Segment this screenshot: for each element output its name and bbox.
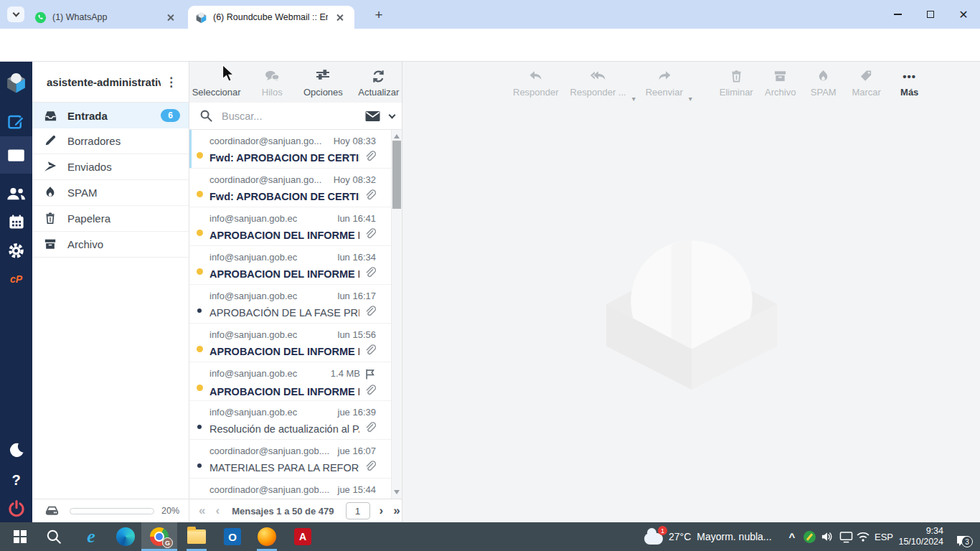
scrollbar-thumb[interactable]	[392, 141, 401, 209]
list-scrollbar[interactable]	[391, 130, 402, 499]
inbox-icon	[44, 109, 57, 123]
scroll-up-icon[interactable]	[394, 134, 400, 138]
fire-icon	[44, 186, 57, 199]
message-row[interactable]: info@sanjuan.gob.ec lun 16:34 APROBACION…	[189, 246, 402, 285]
message-toolbar: Responder Responder ... ▾ Reenviar ▾ El	[402, 62, 980, 103]
page-number-input[interactable]	[346, 502, 370, 519]
scroll-down-icon[interactable]	[394, 490, 400, 494]
archive-button[interactable]: Archivo	[762, 66, 799, 103]
acrobat-icon[interactable]: A	[286, 522, 319, 551]
start-button[interactable]	[6, 522, 34, 551]
display-cast-icon[interactable]	[837, 522, 855, 551]
clock-time: 9:34	[926, 526, 943, 537]
cpanel-icon[interactable]: cP	[0, 264, 32, 294]
volume-icon[interactable]	[818, 522, 837, 551]
forward-button[interactable]: Reenviar	[643, 66, 686, 103]
search-input[interactable]	[220, 110, 364, 123]
message-row[interactable]: coordinador@sanjuan.gob.... jue 16:07 MA…	[189, 440, 402, 479]
message-content-pane	[402, 103, 980, 522]
edge-icon[interactable]	[110, 522, 141, 551]
message-row[interactable]: coordinador@sanjuan.go... Hoy 08:32 Fwd:…	[189, 169, 402, 207]
archive-icon	[773, 67, 787, 85]
storage-disk-icon	[44, 505, 60, 517]
message-sender: coordinador@sanjuan.go...	[209, 174, 328, 185]
message-row[interactable]: info@sanjuan.gob.ec 1.4 MB APROBACION DE…	[189, 362, 402, 401]
outlook-icon[interactable]: O	[216, 522, 249, 551]
message-subject: MATERIALES PARA LA REFORMA...	[209, 462, 359, 474]
delete-button[interactable]: Eliminar	[717, 66, 756, 103]
taskbar-weather[interactable]: 1 27°C Mayorm. nubla...	[644, 522, 772, 551]
folder-trash[interactable]: Papelera	[32, 206, 189, 232]
tab-whatsapp[interactable]: (1) WhatsApp	[27, 6, 184, 29]
attachment-paperclip-icon	[364, 305, 376, 321]
window-restore-button[interactable]	[914, 0, 947, 29]
folder-inbox[interactable]: Entrada 6	[32, 103, 189, 128]
mail-nav-active[interactable]	[0, 136, 32, 174]
message-date: lun 15:56	[338, 329, 377, 340]
dark-mode-moon-icon[interactable]	[0, 435, 32, 465]
prev-page-button[interactable]: ‹	[210, 504, 225, 518]
options-button[interactable]: Opciones	[301, 66, 345, 103]
mark-button[interactable]: Marcar	[848, 66, 885, 103]
contacts-icon[interactable]	[0, 178, 32, 208]
folder-spam[interactable]: SPAM	[32, 180, 189, 206]
taskbar-clock[interactable]: 9:34 15/10/2024	[892, 522, 943, 551]
close-icon[interactable]	[164, 11, 176, 24]
search-icon[interactable]	[199, 109, 213, 123]
weather-desc: Mayorm. nubla...	[697, 531, 771, 542]
chevron-down-icon	[12, 10, 19, 17]
flag-icon	[364, 368, 376, 380]
forward-caret-icon[interactable]: ▾	[689, 95, 692, 103]
spam-button[interactable]: SPAM	[805, 66, 842, 103]
tab-search-button[interactable]	[7, 6, 24, 22]
threads-button[interactable]: Hilos	[253, 66, 291, 103]
file-explorer-icon[interactable]	[180, 522, 213, 551]
search-scope-mail-icon[interactable]	[364, 110, 381, 123]
antivirus-icon[interactable]	[801, 522, 818, 551]
close-icon[interactable]	[334, 11, 346, 24]
account-menu-kebab[interactable]: ⋮	[161, 75, 182, 90]
message-row[interactable]: info@sanjuan.gob.ec lun 15:56 APROBACION…	[189, 324, 402, 362]
search-options-chevron-icon[interactable]	[389, 111, 396, 118]
message-date: lun 16:41	[338, 213, 377, 224]
tab-roundcube[interactable]: (6) Roundcube Webmail :: Entra	[188, 6, 354, 29]
message-row[interactable]: info@sanjuan.gob.ec lun 16:41 APROBACION…	[189, 207, 402, 246]
next-page-button[interactable]: ›	[374, 504, 389, 518]
taskbar-search-button[interactable]	[39, 522, 68, 551]
wifi-icon[interactable]	[854, 522, 872, 551]
browser-tab-strip: (1) WhatsApp (6) Roundcube Webmail :: En…	[0, 0, 980, 29]
attachment-paperclip-icon	[364, 189, 376, 204]
folder-drafts[interactable]: Borradores	[32, 128, 189, 154]
logout-power-icon[interactable]	[0, 494, 32, 524]
message-row[interactable]: coordinador@sanjuan.gob.... jue 15:44	[189, 479, 402, 499]
chrome-taskbar-button[interactable]: G	[141, 522, 177, 551]
compose-icon[interactable]	[0, 106, 32, 136]
message-date: lun 16:34	[338, 252, 377, 263]
window-minimize-button[interactable]	[881, 0, 914, 29]
message-row[interactable]: info@sanjuan.gob.ec lun 16:17 APROBACIÓN…	[189, 285, 402, 324]
clock-date: 15/10/2024	[898, 537, 943, 547]
more-button[interactable]: ••• Más	[891, 66, 928, 103]
button-label: Responder	[513, 87, 559, 98]
internet-explorer-icon[interactable]: e	[75, 522, 107, 551]
window-close-button[interactable]: ✕	[947, 0, 980, 29]
refresh-button[interactable]: Actualizar	[356, 66, 402, 103]
reply-all-caret-icon[interactable]: ▾	[632, 95, 636, 103]
tray-chevron-up-icon[interactable]: ^	[784, 522, 800, 551]
help-icon[interactable]: ?	[0, 465, 32, 495]
folder-archive[interactable]: Archivo	[32, 232, 189, 258]
button-label: Reenviar	[646, 87, 683, 98]
new-tab-button[interactable]: +	[371, 7, 387, 23]
calendar-icon[interactable]	[0, 207, 32, 237]
read-status-dot	[197, 268, 203, 275]
folder-sent[interactable]: Enviados	[32, 154, 189, 180]
notification-center-icon[interactable]: 3	[946, 522, 974, 551]
first-page-button[interactable]: «	[194, 504, 210, 518]
read-status-dot	[197, 152, 203, 159]
reply-all-button[interactable]: Responder ...	[567, 66, 629, 103]
settings-gear-icon[interactable]	[0, 235, 32, 265]
message-row[interactable]: info@sanjuan.gob.ec jue 16:39 Resolución…	[189, 401, 402, 440]
message-row[interactable]: coordinador@sanjuan.go... Hoy 08:33 Fwd:…	[189, 130, 402, 169]
reply-button[interactable]: Responder	[510, 66, 562, 103]
firefox-icon[interactable]	[250, 522, 283, 551]
